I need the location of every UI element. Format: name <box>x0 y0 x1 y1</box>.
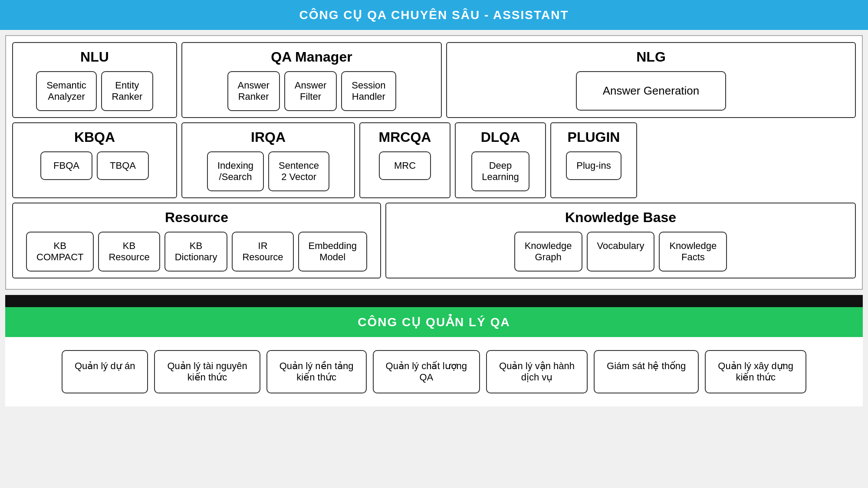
resource-panel: Resource KBCOMPACT KBResource KBDictiona… <box>12 203 381 278</box>
ir-resource-box: IRResource <box>232 232 293 272</box>
quan-ly-chat-luong-box: Quản lý chất lượngQA <box>373 350 480 393</box>
kb-compact-box: KBCOMPACT <box>26 232 94 272</box>
plugin-items: Plug-ins <box>557 151 630 180</box>
quan-ly-xay-dung-box: Quản lý xây dựngkiến thức <box>705 350 806 393</box>
top-banner: CÔNG CỤ QA CHUYÊN SÂU - ASSISTANT <box>0 0 868 30</box>
nlg-items: Answer Generation <box>453 71 849 111</box>
entity-ranker-box: EntityRanker <box>101 71 153 111</box>
nlu-title: NLU <box>19 49 170 65</box>
kbqa-title: KBQA <box>19 129 170 145</box>
quan-ly-tai-nguyen-box: Quản lý tài nguyênkiến thức <box>154 350 260 393</box>
nlg-panel: NLG Answer Generation <box>446 42 856 118</box>
qa-manager-items: AnswerRanker AnswerFilter SessionHandler <box>188 71 435 111</box>
session-handler-box: SessionHandler <box>341 71 396 111</box>
answer-ranker-box: AnswerRanker <box>227 71 280 111</box>
dlqa-items: DeepLearning <box>462 151 539 191</box>
kbqa-items: FBQA TBQA <box>19 151 170 180</box>
fbqa-box: FBQA <box>40 151 92 180</box>
qa-manager-panel: QA Manager AnswerRanker AnswerFilter Ses… <box>181 42 442 118</box>
kbqa-panel: KBQA FBQA TBQA <box>12 122 177 198</box>
answer-generation-box: Answer Generation <box>576 71 727 111</box>
dlqa-title: DLQA <box>462 129 539 145</box>
resource-items: KBCOMPACT KBResource KBDictionary IRReso… <box>19 232 374 272</box>
qa-manager-title: QA Manager <box>188 49 435 65</box>
giam-sat-he-thong-box: Giám sát hệ thống <box>594 350 699 393</box>
quan-ly-du-an-box: Quản lý dự án <box>62 350 148 393</box>
embedding-model-box: EmbeddingModel <box>298 232 367 272</box>
kb-title: Knowledge Base <box>392 210 849 226</box>
indexing-search-box: Indexing/Search <box>207 151 264 191</box>
assistant-section: NLU SemanticAnalyzer EntityRanker QA Man… <box>5 35 863 290</box>
deep-learning-box: DeepLearning <box>471 151 529 191</box>
dlqa-panel: DLQA DeepLearning <box>455 122 546 198</box>
irqa-items: Indexing/Search Sentence2 Vector <box>188 151 348 191</box>
plugin-title: PLUGIN <box>557 129 630 145</box>
nlu-items: SemanticAnalyzer EntityRanker <box>19 71 170 111</box>
mrcqa-panel: MRCQA MRC <box>359 122 450 198</box>
knowledge-facts-box: KnowledgeFacts <box>659 232 727 272</box>
nlu-panel: NLU SemanticAnalyzer EntityRanker <box>12 42 177 118</box>
mrcqa-items: MRC <box>366 151 444 180</box>
sentence2vector-box: Sentence2 Vector <box>268 151 329 191</box>
kb-panel: Knowledge Base KnowledgeGraph Vocabulary… <box>385 203 856 278</box>
semantic-analyzer-box: SemanticAnalyzer <box>36 71 97 111</box>
kb-dictionary-box: KBDictionary <box>164 232 228 272</box>
kb-resource-box: KBResource <box>98 232 160 272</box>
black-divider <box>5 295 863 307</box>
plug-ins-box: Plug-ins <box>566 151 621 180</box>
quan-ly-van-hanh-box: Quản lý vận hànhdịch vụ <box>486 350 588 393</box>
plugin-panel: PLUGIN Plug-ins <box>550 122 637 198</box>
mrc-box: MRC <box>379 151 431 180</box>
tbqa-box: TBQA <box>97 151 149 180</box>
vocabulary-box: Vocabulary <box>587 232 655 272</box>
mrcqa-title: MRCQA <box>366 129 444 145</box>
resource-title: Resource <box>19 210 374 226</box>
bottom-banner: CÔNG CỤ QUẢN LÝ QA <box>5 307 863 337</box>
irqa-panel: IRQA Indexing/Search Sentence2 Vector <box>181 122 355 198</box>
row1: NLU SemanticAnalyzer EntityRanker QA Man… <box>12 42 856 118</box>
answer-filter-box: AnswerFilter <box>284 71 337 111</box>
quan-ly-nen-tang-box: Quản lý nền tảngkiến thức <box>266 350 367 393</box>
kb-items: KnowledgeGraph Vocabulary KnowledgeFacts <box>392 232 849 272</box>
bottom-items: Quản lý dự án Quản lý tài nguyênkiến thứ… <box>14 350 854 393</box>
bottom-section: Quản lý dự án Quản lý tài nguyênkiến thứ… <box>5 337 863 406</box>
nlg-title: NLG <box>453 49 849 65</box>
knowledge-graph-box: KnowledgeGraph <box>514 232 582 272</box>
irqa-title: IRQA <box>188 129 348 145</box>
row3: Resource KBCOMPACT KBResource KBDictiona… <box>12 203 856 278</box>
row2: KBQA FBQA TBQA IRQA Indexing/Search Sent… <box>12 122 856 198</box>
